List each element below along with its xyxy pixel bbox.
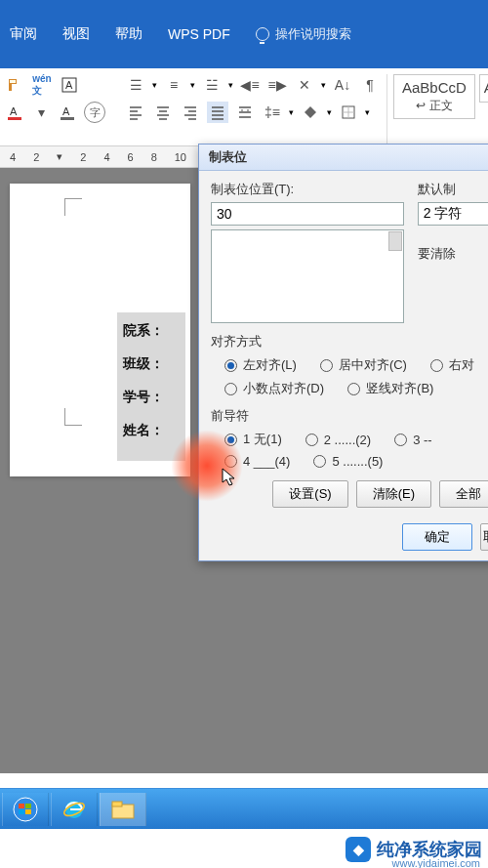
multilevel-icon[interactable]: ☱ bbox=[201, 74, 223, 96]
style-next[interactable]: A bbox=[479, 74, 488, 103]
field-class-label: 班级： bbox=[123, 355, 180, 373]
align-right-radio[interactable]: 右对 bbox=[430, 356, 474, 374]
highlight-icon[interactable]: A bbox=[57, 102, 78, 123]
align-left-icon[interactable] bbox=[125, 102, 146, 123]
watermark: ◆ 纯净系统家园 bbox=[346, 837, 482, 862]
align-right-icon[interactable] bbox=[180, 102, 201, 123]
paragraph-mark-icon[interactable]: ¶ bbox=[359, 74, 381, 96]
align-center-icon[interactable] bbox=[152, 102, 174, 123]
bullets-icon[interactable]: ☰ bbox=[125, 74, 146, 96]
distribute-icon[interactable] bbox=[234, 102, 256, 123]
svg-text:A: A bbox=[10, 105, 18, 117]
tab-position-listbox[interactable] bbox=[211, 229, 404, 323]
svg-text:A: A bbox=[62, 105, 70, 117]
numbering-icon[interactable]: ≡ bbox=[163, 74, 184, 96]
set-button[interactable]: 设置(S) bbox=[272, 480, 347, 508]
borders-icon[interactable] bbox=[338, 102, 359, 123]
align-decimal-radio[interactable]: 小数点对齐(D) bbox=[224, 380, 324, 397]
ruler-mark: 4 bbox=[10, 151, 16, 163]
mouse-cursor-icon bbox=[222, 468, 239, 489]
line-spacing-icon[interactable]: ‡≡ bbox=[262, 102, 283, 123]
document-text-block[interactable]: 院系： 班级： 学号： 姓名： bbox=[117, 312, 185, 461]
clear-button[interactable]: 清除(E) bbox=[356, 480, 431, 508]
svg-rect-12 bbox=[25, 809, 31, 814]
char-border-icon[interactable]: A bbox=[59, 74, 80, 96]
cancel-button[interactable]: 取 bbox=[480, 523, 488, 551]
ribbon: wén文 A A ▾ A 字 ☰▾ ≡▾ ☱▾ ◀≡ ≡▶ ✕▾ A↓ ¶ ‡≡… bbox=[0, 68, 488, 146]
ruler-mark: 4 bbox=[103, 151, 109, 163]
font-color-icon[interactable]: A bbox=[4, 102, 25, 123]
svg-rect-9 bbox=[19, 804, 24, 808]
clear-all-button[interactable]: 全部 bbox=[439, 480, 488, 508]
menu-help[interactable]: 帮助 bbox=[115, 25, 142, 43]
leader-2-radio[interactable]: 2 ......(2) bbox=[305, 431, 371, 448]
menu-view[interactable]: 视图 bbox=[62, 25, 90, 43]
margin-corner-icon bbox=[64, 408, 82, 426]
dropdown-arrow-icon[interactable]: ▾ bbox=[31, 102, 51, 123]
shading-icon[interactable] bbox=[300, 102, 321, 123]
clear-hint-label: 要清除 bbox=[418, 245, 488, 263]
ruler-mark: 2 bbox=[33, 151, 39, 163]
ruler-mark: 2 bbox=[80, 151, 86, 163]
margin-corner-icon bbox=[64, 198, 82, 216]
tabs-dialog: 制表位 制表位位置(T): 默认制 要清除 对齐方式 左对齐(L) 居中对齐(C… bbox=[198, 144, 488, 561]
field-id-label: 学号： bbox=[123, 389, 180, 406]
svg-rect-16 bbox=[112, 802, 122, 806]
leader-section-title: 前导符 bbox=[211, 407, 488, 425]
help-search[interactable]: 操作说明搜索 bbox=[256, 25, 351, 43]
leader-4-radio[interactable]: 4 ___(4) bbox=[224, 454, 290, 469]
align-center-radio[interactable]: 居中对齐(C) bbox=[320, 356, 407, 374]
field-dept-label: 院系： bbox=[123, 322, 180, 340]
style-name-text: ↩ 正文 bbox=[402, 98, 467, 114]
ruler-mark: 8 bbox=[151, 151, 157, 163]
help-search-text: 操作说明搜索 bbox=[275, 25, 351, 43]
align-left-radio[interactable]: 左对齐(L) bbox=[224, 356, 297, 374]
char-shading-icon[interactable]: 字 bbox=[84, 102, 105, 123]
svg-text:A: A bbox=[65, 79, 73, 91]
decrease-indent-icon[interactable]: ◀≡ bbox=[239, 74, 261, 96]
svg-rect-11 bbox=[19, 809, 24, 814]
dialog-title: 制表位 bbox=[199, 145, 488, 171]
watermark-badge-icon: ◆ bbox=[346, 837, 371, 862]
leader-3-radio[interactable]: 3 -- bbox=[394, 431, 432, 448]
default-tab-label: 默认制 bbox=[418, 181, 488, 198]
leader-1-radio[interactable]: 1 无(1) bbox=[224, 431, 282, 448]
tab-position-input[interactable] bbox=[211, 202, 404, 226]
alignment-section-title: 对齐方式 bbox=[211, 333, 488, 351]
increase-indent-icon[interactable]: ≡▶ bbox=[266, 74, 288, 96]
style-preview-text: AaBbCcD bbox=[402, 79, 467, 96]
menu-review[interactable]: 审阅 bbox=[10, 25, 37, 43]
svg-rect-10 bbox=[25, 804, 31, 808]
ruler-mark: 6 bbox=[128, 151, 134, 163]
taskbar-files[interactable] bbox=[100, 793, 146, 826]
menu-bar: 审阅 视图 帮助 WPS PDF 操作说明搜索 bbox=[0, 0, 488, 68]
style-normal[interactable]: AaBbCcD ↩ 正文 bbox=[393, 74, 475, 119]
svg-rect-4 bbox=[8, 117, 21, 120]
ok-button[interactable]: 确定 bbox=[402, 523, 472, 551]
leader-5-radio[interactable]: 5 .......(5) bbox=[313, 454, 383, 469]
scrollbar-thumb[interactable] bbox=[388, 231, 402, 251]
taskbar-ie[interactable] bbox=[51, 793, 98, 826]
align-justify-icon[interactable] bbox=[207, 102, 228, 123]
menu-wpspdf[interactable]: WPS PDF bbox=[168, 26, 230, 42]
watermark-text: 纯净系统家园 bbox=[377, 838, 482, 861]
taskbar bbox=[0, 788, 488, 829]
default-tab-input[interactable] bbox=[418, 202, 488, 226]
svg-rect-6 bbox=[61, 117, 74, 120]
lightbulb-icon bbox=[256, 27, 269, 41]
ruler-mark: 10 bbox=[175, 151, 186, 163]
format-painter-icon[interactable] bbox=[4, 74, 25, 96]
clear-format-icon[interactable]: ✕ bbox=[294, 74, 315, 96]
start-button[interactable] bbox=[2, 793, 49, 826]
align-bar-radio[interactable]: 竖线对齐(B) bbox=[347, 380, 433, 397]
pinyin-guide-icon[interactable]: wén文 bbox=[31, 74, 53, 96]
tab-position-label: 制表位位置(T): bbox=[211, 181, 404, 198]
field-name-label: 姓名： bbox=[123, 422, 180, 439]
svg-rect-0 bbox=[10, 80, 16, 83]
sort-icon[interactable]: A↓ bbox=[332, 74, 353, 96]
